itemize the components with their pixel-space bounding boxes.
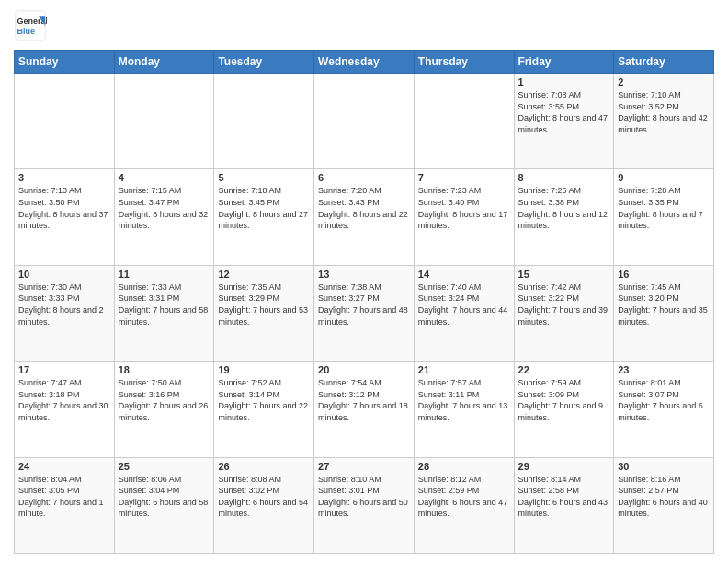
calendar-cell: 26Sunrise: 8:08 AM Sunset: 3:02 PM Dayli… (214, 457, 314, 553)
day-info: Sunrise: 7:08 AM Sunset: 3:55 PM Dayligh… (518, 89, 610, 135)
page: General Blue SundayMondayTuesdayWednesda… (0, 0, 728, 563)
calendar-cell: 20Sunrise: 7:54 AM Sunset: 3:12 PM Dayli… (314, 362, 415, 457)
week-row: 3Sunrise: 7:13 AM Sunset: 3:50 PM Daylig… (15, 169, 714, 265)
calendar-cell (15, 74, 115, 169)
day-info: Sunrise: 8:06 AM Sunset: 3:04 PM Dayligh… (119, 474, 210, 520)
calendar-cell (414, 74, 514, 169)
day-number: 9 (618, 172, 710, 183)
calendar-cell: 29Sunrise: 8:14 AM Sunset: 2:58 PM Dayli… (514, 457, 614, 553)
calendar-cell: 22Sunrise: 7:59 AM Sunset: 3:09 PM Dayli… (514, 362, 614, 457)
day-info: Sunrise: 7:13 AM Sunset: 3:50 PM Dayligh… (18, 185, 110, 231)
logo-icon: General Blue (14, 9, 47, 42)
calendar-cell: 7Sunrise: 7:23 AM Sunset: 3:40 PM Daylig… (414, 169, 514, 265)
calendar-cell: 14Sunrise: 7:40 AM Sunset: 3:24 PM Dayli… (414, 265, 514, 361)
day-info: Sunrise: 7:42 AM Sunset: 3:22 PM Dayligh… (518, 282, 610, 327)
day-number: 20 (318, 364, 410, 375)
week-row: 10Sunrise: 7:30 AM Sunset: 3:33 PM Dayli… (15, 265, 714, 361)
calendar-cell: 6Sunrise: 7:20 AM Sunset: 3:43 PM Daylig… (314, 169, 415, 265)
day-number: 11 (119, 269, 210, 280)
day-info: Sunrise: 7:35 AM Sunset: 3:29 PM Dayligh… (218, 282, 310, 327)
day-info: Sunrise: 7:30 AM Sunset: 3:33 PM Dayligh… (18, 282, 110, 327)
day-info: Sunrise: 8:04 AM Sunset: 3:05 PM Dayligh… (18, 474, 110, 520)
calendar-cell: 28Sunrise: 8:12 AM Sunset: 2:59 PM Dayli… (414, 457, 514, 553)
day-number: 6 (318, 172, 410, 183)
day-number: 4 (119, 172, 210, 183)
day-number: 28 (418, 461, 510, 472)
header: General Blue (14, 9, 714, 42)
day-number: 12 (218, 269, 310, 280)
calendar-cell: 10Sunrise: 7:30 AM Sunset: 3:33 PM Dayli… (15, 265, 115, 361)
day-number: 24 (18, 461, 110, 472)
day-info: Sunrise: 8:01 AM Sunset: 3:07 PM Dayligh… (618, 377, 710, 423)
day-number: 23 (618, 364, 710, 375)
day-number: 25 (119, 461, 210, 472)
day-header-sunday: Sunday (15, 51, 115, 74)
day-number: 3 (18, 172, 110, 183)
header-row: SundayMondayTuesdayWednesdayThursdayFrid… (15, 51, 714, 74)
day-info: Sunrise: 7:57 AM Sunset: 3:11 PM Dayligh… (418, 377, 510, 423)
svg-text:Blue: Blue (17, 27, 36, 36)
day-number: 26 (218, 461, 310, 472)
day-info: Sunrise: 7:20 AM Sunset: 3:43 PM Dayligh… (318, 185, 410, 231)
day-info: Sunrise: 7:52 AM Sunset: 3:14 PM Dayligh… (218, 377, 310, 423)
day-number: 27 (318, 461, 410, 472)
day-info: Sunrise: 7:33 AM Sunset: 3:31 PM Dayligh… (119, 282, 210, 327)
calendar-cell: 8Sunrise: 7:25 AM Sunset: 3:38 PM Daylig… (514, 169, 614, 265)
calendar-cell: 27Sunrise: 8:10 AM Sunset: 3:01 PM Dayli… (314, 457, 415, 553)
day-info: Sunrise: 7:54 AM Sunset: 3:12 PM Dayligh… (318, 377, 410, 423)
calendar-cell: 21Sunrise: 7:57 AM Sunset: 3:11 PM Dayli… (414, 362, 514, 457)
calendar-cell: 17Sunrise: 7:47 AM Sunset: 3:18 PM Dayli… (15, 362, 115, 457)
day-info: Sunrise: 7:23 AM Sunset: 3:40 PM Dayligh… (418, 185, 510, 231)
day-info: Sunrise: 8:12 AM Sunset: 2:59 PM Dayligh… (418, 474, 510, 520)
day-number: 19 (218, 364, 310, 375)
day-number: 5 (218, 172, 310, 183)
day-header-wednesday: Wednesday (314, 51, 415, 74)
day-header-thursday: Thursday (414, 51, 514, 74)
day-info: Sunrise: 7:15 AM Sunset: 3:47 PM Dayligh… (119, 185, 210, 231)
day-info: Sunrise: 8:14 AM Sunset: 2:58 PM Dayligh… (518, 474, 610, 520)
calendar-cell: 25Sunrise: 8:06 AM Sunset: 3:04 PM Dayli… (114, 457, 214, 553)
day-info: Sunrise: 7:10 AM Sunset: 3:52 PM Dayligh… (618, 89, 710, 135)
day-number: 2 (618, 76, 710, 87)
day-number: 30 (618, 461, 710, 472)
week-row: 17Sunrise: 7:47 AM Sunset: 3:18 PM Dayli… (15, 362, 714, 457)
calendar-cell: 12Sunrise: 7:35 AM Sunset: 3:29 PM Dayli… (214, 265, 314, 361)
day-number: 15 (518, 269, 610, 280)
calendar-cell: 2Sunrise: 7:10 AM Sunset: 3:52 PM Daylig… (614, 74, 714, 169)
day-number: 1 (518, 76, 610, 87)
day-info: Sunrise: 7:47 AM Sunset: 3:18 PM Dayligh… (18, 377, 110, 423)
calendar-body: 1Sunrise: 7:08 AM Sunset: 3:55 PM Daylig… (15, 74, 714, 554)
calendar-header: SundayMondayTuesdayWednesdayThursdayFrid… (15, 51, 714, 74)
day-info: Sunrise: 8:08 AM Sunset: 3:02 PM Dayligh… (218, 474, 310, 520)
day-info: Sunrise: 8:10 AM Sunset: 3:01 PM Dayligh… (318, 474, 410, 520)
calendar-cell: 19Sunrise: 7:52 AM Sunset: 3:14 PM Dayli… (214, 362, 314, 457)
day-number: 10 (18, 269, 110, 280)
calendar-cell (114, 74, 214, 169)
day-number: 7 (418, 172, 510, 183)
calendar-cell: 1Sunrise: 7:08 AM Sunset: 3:55 PM Daylig… (514, 74, 614, 169)
calendar-cell: 9Sunrise: 7:28 AM Sunset: 3:35 PM Daylig… (614, 169, 714, 265)
week-row: 1Sunrise: 7:08 AM Sunset: 3:55 PM Daylig… (15, 74, 714, 169)
day-info: Sunrise: 7:25 AM Sunset: 3:38 PM Dayligh… (518, 185, 610, 231)
calendar-cell: 5Sunrise: 7:18 AM Sunset: 3:45 PM Daylig… (214, 169, 314, 265)
day-info: Sunrise: 7:59 AM Sunset: 3:09 PM Dayligh… (518, 377, 610, 423)
day-info: Sunrise: 7:50 AM Sunset: 3:16 PM Dayligh… (119, 377, 210, 423)
logo: General Blue (14, 9, 51, 42)
calendar-cell: 23Sunrise: 8:01 AM Sunset: 3:07 PM Dayli… (614, 362, 714, 457)
day-number: 8 (518, 172, 610, 183)
calendar-cell: 24Sunrise: 8:04 AM Sunset: 3:05 PM Dayli… (15, 457, 115, 553)
week-row: 24Sunrise: 8:04 AM Sunset: 3:05 PM Dayli… (15, 457, 714, 553)
calendar-cell: 11Sunrise: 7:33 AM Sunset: 3:31 PM Dayli… (114, 265, 214, 361)
day-number: 14 (418, 269, 510, 280)
day-number: 16 (618, 269, 710, 280)
calendar-cell: 30Sunrise: 8:16 AM Sunset: 2:57 PM Dayli… (614, 457, 714, 553)
day-number: 21 (418, 364, 510, 375)
calendar: SundayMondayTuesdayWednesdayThursdayFrid… (14, 50, 714, 554)
day-header-saturday: Saturday (614, 51, 714, 74)
day-number: 13 (318, 269, 410, 280)
calendar-cell: 13Sunrise: 7:38 AM Sunset: 3:27 PM Dayli… (314, 265, 415, 361)
day-info: Sunrise: 7:45 AM Sunset: 3:20 PM Dayligh… (618, 282, 710, 327)
day-header-friday: Friday (514, 51, 614, 74)
day-info: Sunrise: 7:18 AM Sunset: 3:45 PM Dayligh… (218, 185, 310, 231)
calendar-cell (214, 74, 314, 169)
